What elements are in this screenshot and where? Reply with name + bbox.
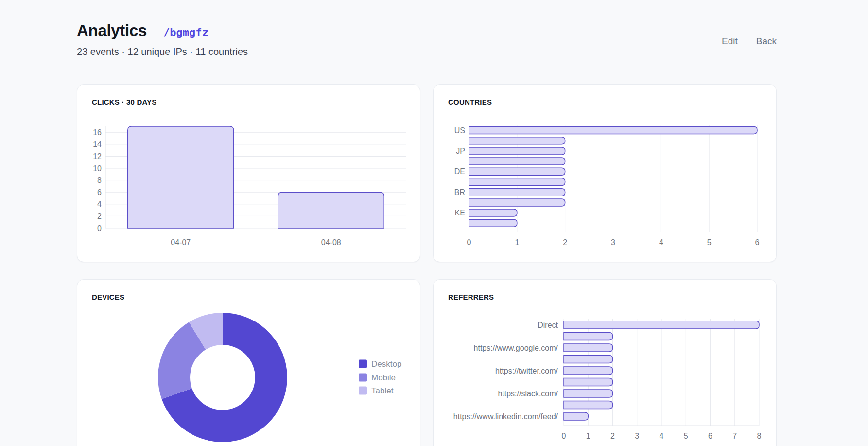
- legend-label-desktop: Desktop: [371, 359, 401, 369]
- stats-summary: 23 events · 12 unique IPs · 11 countries: [77, 46, 722, 57]
- tick-label: 4: [659, 238, 663, 247]
- bar-BR: [469, 189, 565, 196]
- tick-label: 0: [467, 238, 471, 247]
- countries-card-title: COUNTRIES: [448, 98, 762, 106]
- referrers-chart: 012345678Directhttps://www.google.com/ht…: [448, 307, 762, 446]
- analytics-page: Analytics /bgmgfz 23 events · 12 unique …: [77, 0, 777, 446]
- bar-04-07: [128, 126, 234, 228]
- tick-label: 8: [757, 432, 762, 440]
- tick-label: 2: [610, 432, 615, 440]
- tick-label: https://slack.com/: [498, 390, 558, 398]
- bar-https://www.google.com/: [564, 344, 613, 352]
- tick-label: 6: [708, 432, 712, 440]
- referrers-card: REFERRERS 012345678Directhttps://www.goo…: [433, 279, 777, 446]
- bar-KE: [469, 209, 517, 216]
- tick-label: 1: [586, 432, 590, 440]
- legend-swatch-tablet: [359, 387, 367, 395]
- tick-label: 0: [562, 432, 566, 440]
- tick-label: 10: [93, 164, 102, 173]
- clicks-card-title: CLICKS · 30 DAYS: [92, 98, 405, 106]
- tick-label: US: [454, 126, 465, 135]
- bar-https://slack.com/: [564, 390, 613, 397]
- bar-row-1: [469, 137, 565, 144]
- bar-row-9: [469, 219, 517, 227]
- devices-chart-svg: DesktopMobileTablet: [92, 307, 406, 446]
- tick-label: https://www.linkedin.com/feed/: [453, 412, 558, 421]
- tick-label: 6: [755, 238, 760, 247]
- tick-label: JP: [456, 147, 465, 155]
- tick-label: Direct: [538, 321, 558, 329]
- tick-label: BR: [454, 188, 465, 196]
- bar-row-7: [564, 401, 613, 409]
- bar-DE: [469, 168, 565, 175]
- tick-label: 2: [563, 238, 567, 247]
- tick-label: 4: [97, 200, 102, 208]
- tick-label: 12: [93, 152, 102, 161]
- legend-label-tablet: Tablet: [371, 386, 394, 395]
- tick-label: https://twitter.com/: [495, 367, 558, 375]
- bar-Direct: [564, 321, 759, 329]
- tick-label: 04-07: [171, 238, 191, 247]
- tick-label: DE: [454, 167, 465, 176]
- devices-card: DEVICES DesktopMobileTablet: [77, 279, 420, 446]
- tick-label: 14: [93, 140, 102, 148]
- tick-label: 2: [97, 212, 102, 220]
- tick-label: 3: [611, 238, 615, 247]
- legend-label-mobile: Mobile: [371, 373, 396, 382]
- countries-chart-svg: 0123456USJPDEBRKE: [448, 112, 763, 254]
- title-row: Analytics /bgmgfz: [77, 21, 722, 40]
- bar-row-3: [564, 356, 613, 363]
- countries-card: COUNTRIES 0123456USJPDEBRKE: [433, 84, 777, 262]
- tick-label: 6: [97, 188, 102, 196]
- clicks-chart: 024681012141604-0704-08: [92, 112, 405, 259]
- clicks-card: CLICKS · 30 DAYS 024681012141604-0704-08: [77, 84, 420, 262]
- countries-chart: 0123456USJPDEBRKE: [448, 112, 762, 254]
- bar-US: [469, 127, 757, 134]
- header-actions: Edit Back: [722, 36, 777, 47]
- page-header: Analytics /bgmgfz 23 events · 12 unique …: [77, 21, 777, 57]
- bar-row-3: [469, 158, 565, 165]
- devices-card-title: DEVICES: [92, 293, 405, 301]
- devices-chart: DesktopMobileTablet: [92, 307, 405, 446]
- bar-row-1: [564, 333, 613, 340]
- tick-label: 4: [660, 432, 664, 440]
- tick-label: 5: [684, 432, 688, 440]
- tick-label: https://www.google.com/: [474, 344, 558, 352]
- page-header-left: Analytics /bgmgfz 23 events · 12 unique …: [77, 21, 722, 57]
- legend-swatch-mobile: [359, 374, 367, 382]
- tick-label: 8: [97, 176, 102, 184]
- cards-grid: CLICKS · 30 DAYS 024681012141604-0704-08…: [77, 84, 777, 446]
- bar-https://twitter.com/: [564, 367, 613, 375]
- bar-https://www.linkedin.com/feed/: [564, 412, 588, 420]
- tick-label: KE: [455, 209, 465, 217]
- bar-row-5: [469, 178, 565, 186]
- clicks-chart-svg: 024681012141604-0704-08: [92, 112, 406, 259]
- back-button[interactable]: Back: [756, 36, 777, 47]
- bar-JP: [469, 147, 565, 155]
- edit-button[interactable]: Edit: [722, 36, 738, 47]
- bar-04-08: [278, 192, 384, 228]
- tick-label: 7: [732, 432, 737, 440]
- tick-label: 0: [97, 224, 102, 232]
- tick-label: 04-08: [321, 238, 341, 247]
- referrers-chart-svg: 012345678Directhttps://www.google.com/ht…: [448, 307, 763, 446]
- tick-label: 5: [707, 238, 712, 247]
- legend-swatch-desktop: [359, 360, 367, 368]
- tick-label: 16: [93, 128, 102, 137]
- referrers-card-title: REFERRERS: [448, 293, 762, 301]
- tick-label: 1: [515, 238, 519, 247]
- short-link-slug: /bgmgfz: [163, 26, 208, 38]
- bar-row-5: [564, 378, 613, 386]
- page-title: Analytics: [77, 21, 147, 40]
- tick-label: 3: [635, 432, 639, 440]
- bar-row-7: [469, 199, 565, 206]
